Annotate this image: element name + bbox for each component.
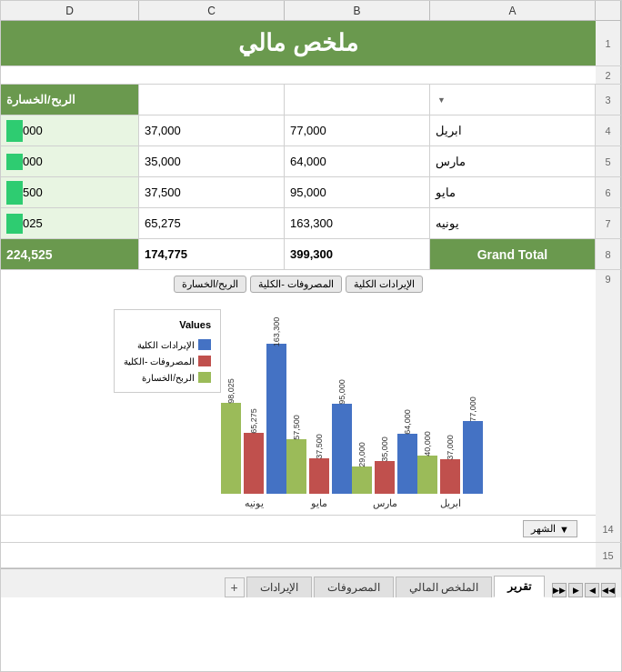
bar-label-red-1: 35,000: [380, 436, 389, 462]
legend-tab-profit[interactable]: الربح/الخسارة: [174, 276, 246, 293]
tab-nav-first[interactable]: ◀◀: [601, 583, 616, 597]
row-4: 4 ابريل 77,000 37,000 40,000: [1, 115, 621, 146]
data-profit-1: 29,000: [1, 146, 139, 176]
empty-row-15: [1, 543, 596, 567]
bar-green-1: 29,000: [352, 466, 372, 494]
grand-total-label: Grand Total: [430, 239, 596, 269]
tab-nav-prev[interactable]: ◀: [585, 583, 599, 597]
data-revenue-2: 95,000: [285, 177, 430, 207]
row-6: 6 مايو 95,000 37,500 57,500: [1, 177, 621, 208]
row-3: 3 الشهر ▼ الإيرادات الكلية المصروفات -ال…: [1, 85, 621, 115]
row-num-6: 6: [596, 177, 621, 207]
legend-tab-expenses[interactable]: المصروفات -الكلية: [250, 276, 342, 293]
chart-legend-title: Values: [124, 319, 211, 330]
month-dropdown-arrow[interactable]: ▼: [437, 95, 446, 105]
bar-blue-1: 64,000: [397, 434, 417, 494]
grand-total-profit: 224,525: [1, 239, 139, 269]
data-revenue-0: 77,000: [285, 115, 430, 145]
col-header-c: C: [139, 1, 285, 20]
chart-body: 77,000 37,000 40,000 ابريل: [114, 300, 483, 509]
header-month-label: الشهر: [446, 93, 476, 106]
legend-color-green: [198, 372, 211, 383]
filter-dropdown-icon: ▼: [559, 524, 569, 535]
row-num-7: 7: [596, 208, 621, 238]
tab-financial-summary[interactable]: الملخص المالي: [396, 577, 492, 597]
data-profit-3: 98,025: [1, 208, 139, 238]
col-header-a: A: [430, 1, 596, 20]
data-expenses-2: 37,500: [139, 177, 285, 207]
grand-total-expenses: 174,775: [139, 239, 285, 269]
chart-legend-box: Values الإيرادات الكلية المصروفات -الكلي…: [114, 309, 221, 393]
bar-red-1: 35,000: [375, 461, 395, 494]
row-num-2: 2: [596, 66, 621, 84]
tab-expenses[interactable]: المصروفات: [314, 577, 394, 597]
data-month-0: ابريل: [430, 115, 596, 145]
bar-green-3: 98,025: [221, 403, 241, 494]
row-2: 2: [1, 66, 621, 85]
tab-nav-next[interactable]: ▶: [568, 583, 583, 597]
tab-revenues-label: الإيرادات: [260, 581, 298, 594]
bars-row-3: 163,300 65,275 98,025: [221, 344, 286, 494]
profit-bar-2: [6, 181, 23, 205]
row-num-chart: 9: [596, 270, 621, 516]
bar-red-3: 65,275: [244, 433, 264, 494]
row-num-3: 3: [596, 85, 621, 115]
bar-red-2: 37,500: [309, 458, 329, 494]
bar-green-0: 40,000: [417, 456, 437, 494]
legend-item-0: الإيرادات الكلية: [124, 339, 211, 350]
filter-button[interactable]: ▼ الشهر: [523, 520, 577, 537]
grand-total-revenue: 399,300: [285, 239, 430, 269]
chart-legend-tabs: الربح/الخسارة المصروفات -الكلية الإيرادا…: [174, 276, 423, 293]
bar-label-green-1: 29,000: [357, 442, 366, 467]
spreadsheet: A B C D 1 ملخص مالي 2 3 الشهر ▼ الإيرادا…: [0, 0, 622, 672]
profit-bar-0: [6, 120, 23, 142]
legend-color-red: [198, 356, 211, 366]
bar-group-label-2: مايو: [311, 497, 327, 509]
data-revenue-1: 64,000: [285, 146, 430, 176]
tab-nav-last[interactable]: ▶▶: [552, 583, 567, 597]
bar-blue-0: 77,000: [463, 421, 483, 494]
bars-row-1: 64,000 35,000 29,000: [352, 434, 417, 494]
row-num-5: 5: [596, 146, 621, 176]
row-filter: 14 ▼ الشهر: [1, 516, 621, 543]
data-revenue-3: 163,300: [285, 208, 430, 238]
title-cell: ملخص مالي: [1, 21, 596, 65]
bar-group-3: 163,300 65,275 98,025 يونيه: [221, 344, 286, 509]
bar-label-blue-3: 163,300: [272, 317, 281, 347]
bar-label-red-2: 37,500: [315, 434, 324, 459]
row-num-4: 4: [596, 115, 621, 145]
bar-label-blue-0: 77,000: [468, 396, 477, 422]
header-profit: الربح/الخسارة: [1, 85, 139, 115]
row-1: 1 ملخص مالي: [1, 21, 621, 66]
filter-label: الشهر: [531, 523, 556, 535]
legend-tab-revenue[interactable]: الإيرادات الكلية: [346, 276, 423, 293]
data-month-3: يونيه: [430, 208, 596, 238]
bars-row-2: 95,000 37,500 57,500: [286, 404, 352, 494]
tab-report[interactable]: تقرير: [494, 576, 545, 597]
col-header-b: B: [285, 1, 430, 20]
tab-revenues[interactable]: الإيرادات: [246, 577, 312, 597]
tab-add-button[interactable]: +: [225, 577, 245, 597]
bar-group-1: 64,000 35,000 29,000 مارس: [352, 434, 417, 509]
bar-red-0: 37,000: [440, 459, 460, 494]
bar-label-blue-1: 64,000: [403, 409, 412, 435]
data-profit-2: 57,500: [1, 177, 139, 207]
bar-chart: 77,000 37,000 40,000 ابريل: [221, 336, 483, 509]
tab-financial-summary-label: الملخص المالي: [409, 581, 478, 594]
legend-label-0: الإيرادات الكلية: [137, 340, 195, 350]
header-expenses: المصروفات -الكلية: [139, 85, 285, 115]
tab-report-label: تقرير: [507, 580, 531, 593]
bar-group-0: 77,000 37,000 40,000 ابريل: [417, 421, 483, 509]
sheet-tabs: ◀◀ ◀ ▶ ▶▶ تقرير الملخص المالي المصروفات …: [1, 568, 621, 597]
legend-label-1: المصروفات -الكلية: [124, 356, 195, 366]
filter-cell: ▼ الشهر: [1, 516, 596, 542]
bar-label-red-3: 65,275: [249, 408, 258, 434]
bar-label-green-3: 98,025: [226, 378, 236, 404]
data-expenses-3: 65,275: [139, 208, 285, 238]
bar-label-blue-2: 95,000: [337, 379, 346, 405]
row-5: 5 مارس 64,000 35,000 29,000: [1, 146, 621, 177]
profit-bar-1: [6, 154, 23, 170]
legend-item-1: المصروفات -الكلية: [124, 356, 211, 366]
row-8: 8 Grand Total 399,300 174,775 224,525: [1, 239, 621, 270]
header-month[interactable]: الشهر ▼: [430, 85, 596, 115]
